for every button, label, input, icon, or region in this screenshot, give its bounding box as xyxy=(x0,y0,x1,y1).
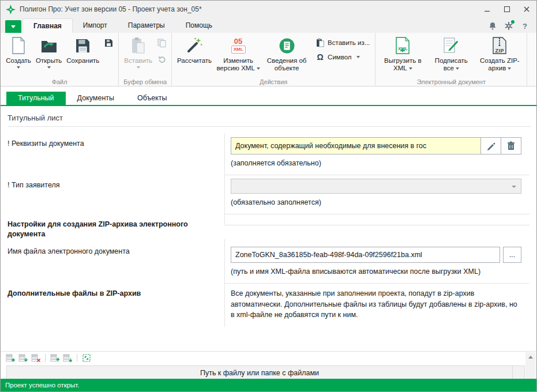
requisites-label: ! Реквизиты документа xyxy=(1,134,224,175)
object-info-label: Сведения об объекте xyxy=(267,57,307,71)
browse-file-button[interactable]: ... xyxy=(503,247,521,263)
file-name-row: Имя файла электронного документа ... (пу… xyxy=(1,239,530,284)
save-as-button[interactable] xyxy=(103,37,114,48)
calculate-button[interactable]: Рассчитать xyxy=(175,35,214,66)
document-tab-bar: Титульный Документы Объекты xyxy=(1,92,536,106)
file-menu-button[interactable] xyxy=(5,20,21,33)
change-xml-version-button[interactable]: 05 XML Изменить версию XML xyxy=(214,35,262,73)
zip-settings-spacer xyxy=(224,214,530,225)
copy-icon xyxy=(157,39,166,47)
ribbon-group-actions: Рассчитать 05 XML Изменить версию XML Св… xyxy=(172,33,375,86)
tab-objects[interactable]: Объекты xyxy=(126,92,179,105)
ribbon: Создать Открыть Сохранить xyxy=(1,33,536,86)
save-as-icon xyxy=(104,39,113,47)
settings-gear-icon[interactable] xyxy=(504,21,513,31)
move-row-up-button[interactable] xyxy=(50,353,60,363)
notifications-bell-icon[interactable] xyxy=(488,21,497,31)
tab-home[interactable]: Главная xyxy=(22,18,73,33)
zip-archive-icon: ZIP xyxy=(492,36,507,55)
additional-files-label: Дополнительные файлы в ZIP-архив xyxy=(1,284,224,299)
tab-documents[interactable]: Документы xyxy=(66,92,126,105)
requisites-row: ! Реквизиты документа (заполняется обяза… xyxy=(1,134,530,175)
dropdown-arrow-icon xyxy=(17,66,20,69)
additional-files-description: Все документы, указанные при заполнении … xyxy=(231,287,521,321)
dropdown-arrow-icon xyxy=(356,56,360,58)
maximize-button[interactable] xyxy=(497,1,517,18)
export-xml-button[interactable]: XML Выгрузить в XML xyxy=(378,35,427,73)
save-icon xyxy=(75,36,91,55)
save-button[interactable]: Сохранить xyxy=(64,35,102,66)
tab-parameters[interactable]: Параметры xyxy=(118,18,175,33)
status-message: Проект успешно открыт. xyxy=(5,382,80,389)
create-zip-label: Создать ZIP-архив xyxy=(480,57,520,71)
requisites-input[interactable] xyxy=(231,137,481,154)
paste-button[interactable]: Вставить xyxy=(122,35,155,70)
paste-from-button[interactable]: Вставить из... xyxy=(316,38,370,47)
file-name-hint: (путь и имя XML-файла вписываются автома… xyxy=(231,267,521,277)
status-bar: Проект успешно открыт. xyxy=(1,379,536,391)
dropdown-arrow-icon xyxy=(137,66,140,69)
ribbon-group-clipboard: Вставить Буфер обмена xyxy=(119,33,172,86)
window-controls xyxy=(478,1,536,18)
insert-row-button[interactable] xyxy=(18,353,28,363)
file-name-input[interactable] xyxy=(231,247,500,263)
dropdown-arrow-icon xyxy=(508,67,511,70)
window-title: Полигон Про: Учет зон версии 05 - Проект… xyxy=(20,5,202,13)
zip-settings-header: Настройки для создания ZIP-архива электр… xyxy=(1,214,224,239)
paste-button-label: Вставить xyxy=(124,57,152,64)
undo-button[interactable] xyxy=(156,53,167,65)
xml-version-number: 05 xyxy=(234,38,242,45)
pencil-icon xyxy=(486,141,495,150)
ribbon-gap xyxy=(1,86,536,92)
minimize-button[interactable] xyxy=(478,1,497,18)
dropdown-arrow-icon xyxy=(456,67,459,70)
sign-all-button[interactable]: Подписать все xyxy=(427,35,475,73)
delete-requisites-button[interactable] xyxy=(501,137,521,154)
delete-row-button[interactable] xyxy=(31,353,41,363)
requisites-hint: (заполняется обязательно) xyxy=(231,159,521,168)
help-icon[interactable]: ? xyxy=(520,21,530,31)
titlebar-utilities: ? xyxy=(488,21,536,33)
close-button[interactable] xyxy=(517,1,536,18)
ribbon-group-label-clipboard: Буфер обмена xyxy=(119,78,171,85)
edit-requisites-button[interactable] xyxy=(480,137,501,154)
trash-icon xyxy=(507,141,515,150)
file-name-label: Имя файла электронного документа xyxy=(1,239,224,284)
open-button-label: Открыть xyxy=(36,57,62,64)
additional-files-row: Дополнительные файлы в ZIP-архив Все док… xyxy=(1,284,530,327)
export-xml-label: Выгрузить в XML xyxy=(384,57,421,71)
expand-table-button[interactable] xyxy=(81,353,92,363)
omega-symbol-icon: Ω xyxy=(316,52,325,62)
dropdown-arrow-icon xyxy=(257,67,260,70)
export-xml-icon-text: XML xyxy=(398,45,408,52)
files-table-section: Путь к файлу или папке с файлами xyxy=(1,351,536,380)
ribbon-group-file: Создать Открыть Сохранить xyxy=(1,33,119,86)
add-row-button[interactable] xyxy=(5,353,16,363)
ribbon-group-label-file: Файл xyxy=(1,78,118,85)
tab-import[interactable]: Импорт xyxy=(73,18,118,33)
change-xml-version-label: Изменить версию XML xyxy=(216,57,254,71)
tab-help[interactable]: Помощь xyxy=(175,18,223,33)
titlebar: Полигон Про: Учет зон версии 05 - Проект… xyxy=(1,1,536,18)
export-xml-icon: XML xyxy=(395,36,410,55)
move-row-down-button[interactable] xyxy=(62,353,73,363)
sign-pen-icon xyxy=(443,36,459,55)
zip-settings-header-row: Настройки для создания ZIP-архива электр… xyxy=(1,214,530,239)
applicant-type-row: ! Тип заявителя (обязательно заполняется… xyxy=(1,175,530,214)
xml-version-badge: XML xyxy=(231,46,246,54)
app-logo-icon xyxy=(5,4,16,14)
create-zip-button[interactable]: ZIP Создать ZIP-архив xyxy=(475,35,524,73)
object-info-button[interactable]: Сведения об объекте xyxy=(262,35,311,73)
create-button[interactable]: Создать xyxy=(3,35,33,70)
open-button[interactable]: Открыть xyxy=(33,35,64,70)
tab-title-sheet[interactable]: Титульный xyxy=(6,92,66,105)
vertical-scrollbar[interactable] xyxy=(525,352,536,380)
page-title: Титульный лист xyxy=(7,114,531,127)
paste-from-icon xyxy=(316,38,325,47)
applicant-type-select[interactable] xyxy=(231,179,521,194)
calculate-button-label: Рассчитать xyxy=(177,57,212,64)
copy-button[interactable] xyxy=(156,37,167,48)
xml-version-icon: 05 XML xyxy=(231,36,246,55)
scroll-up-button[interactable] xyxy=(525,352,536,362)
symbol-button[interactable]: Ω Символ xyxy=(316,52,370,62)
